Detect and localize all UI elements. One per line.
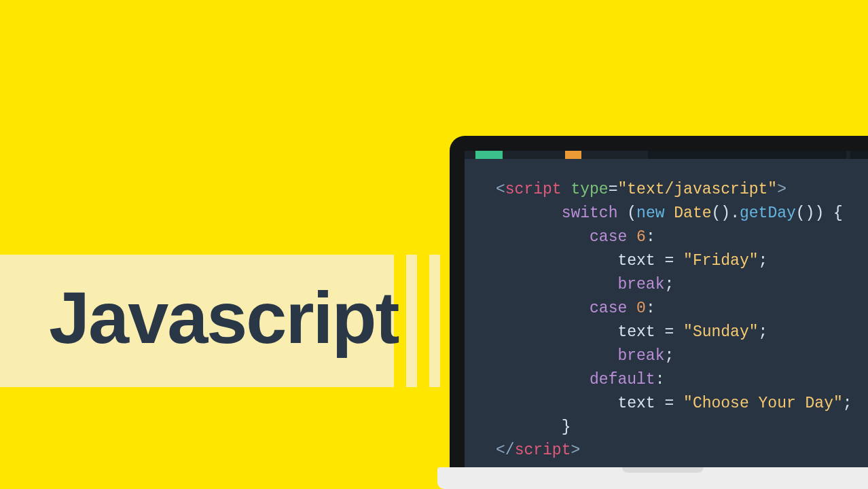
code-token: =	[609, 181, 618, 198]
code-token: getDay	[740, 204, 796, 222]
code-token	[496, 323, 617, 341]
code-token	[824, 204, 833, 222]
code-token: (	[627, 204, 636, 222]
code-token: new	[636, 204, 664, 222]
code-token: "	[683, 252, 693, 270]
code-token: text	[617, 323, 655, 341]
code-token: :	[646, 228, 655, 246]
code-token: script	[515, 441, 571, 459]
code-token: <	[496, 441, 505, 459]
editor-tab-bar-end	[850, 151, 868, 159]
code-token: 0	[636, 300, 646, 317]
code-token: ;	[664, 276, 674, 293]
code-token	[562, 181, 571, 198]
code-token: "	[749, 323, 759, 341]
code-token: =	[664, 323, 674, 341]
code-token: script	[505, 181, 562, 198]
code-token	[496, 395, 617, 412]
code-token	[496, 371, 590, 388]
code-token: {	[833, 204, 843, 222]
code-token: type	[571, 181, 608, 198]
code-token: Date	[674, 204, 711, 222]
code-token: default	[590, 371, 655, 388]
code-token: 6	[636, 228, 646, 246]
code-token: "	[767, 181, 777, 198]
code-token	[617, 204, 627, 222]
code-token	[496, 252, 617, 270]
code-token: ;	[843, 395, 852, 412]
code-token: text/javascript	[627, 181, 767, 198]
code-token: Choose Your Day	[693, 395, 833, 412]
code-token: )	[721, 204, 730, 222]
code-token	[496, 276, 617, 293]
code-token: Sunday	[693, 323, 749, 341]
code-token	[496, 300, 590, 317]
code-token: >	[571, 441, 580, 459]
code-token: }	[562, 418, 571, 436]
code-token	[496, 204, 562, 222]
editor-tab-bar	[648, 151, 846, 159]
code-token	[496, 228, 590, 246]
code-token: (	[712, 204, 721, 222]
code-token: "	[683, 323, 693, 341]
code-token: ;	[664, 347, 674, 365]
code-token: ;	[759, 323, 768, 341]
title-stripe-1	[406, 255, 417, 387]
code-token: )	[814, 204, 824, 222]
code-token: case	[590, 228, 627, 246]
code-token: text	[617, 252, 655, 270]
code-token: "	[683, 395, 693, 412]
code-token: /	[505, 441, 515, 459]
code-token	[665, 204, 674, 222]
code-token: Friday	[693, 252, 749, 270]
editor-topbar	[465, 151, 868, 159]
code-token: text	[617, 395, 655, 412]
code-token	[655, 323, 665, 341]
code-token	[674, 252, 683, 270]
title-stripe-2	[429, 255, 440, 387]
code-token: )	[806, 204, 815, 222]
code-token	[627, 228, 636, 246]
code-token: >	[777, 181, 786, 198]
code-token: break	[617, 276, 664, 293]
code-token: :	[655, 371, 665, 388]
laptop-bezel: <script type="text/javascript"> switch (…	[450, 136, 868, 467]
laptop-base	[437, 467, 868, 489]
code-token	[655, 395, 665, 412]
code-token: .	[730, 204, 740, 222]
code-token: ;	[759, 252, 768, 270]
code-token: switch	[562, 204, 618, 222]
laptop-screen: <script type="text/javascript"> switch (…	[465, 151, 868, 467]
code-token: "	[833, 395, 843, 412]
code-token	[496, 418, 562, 436]
code-token: (	[796, 204, 806, 222]
code-token: =	[664, 252, 674, 270]
code-token	[496, 347, 617, 365]
code-token: :	[646, 300, 655, 317]
laptop: <script type="text/javascript"> switch (…	[450, 136, 868, 489]
code-token	[674, 395, 683, 412]
code-token: =	[664, 395, 674, 412]
code-token: break	[617, 347, 664, 365]
code-token: "	[749, 252, 759, 270]
code-token	[674, 323, 683, 341]
code-token: case	[590, 300, 627, 317]
editor-tab-active-indicator	[475, 151, 503, 159]
code-token: <	[496, 181, 505, 198]
code-token	[627, 300, 636, 317]
editor-tab-modified-indicator	[565, 151, 581, 159]
code-token: "	[617, 181, 627, 198]
code-token	[655, 252, 665, 270]
code-block: <script type="text/javascript"> switch (…	[465, 159, 868, 463]
page-title: Javascript	[49, 275, 398, 360]
